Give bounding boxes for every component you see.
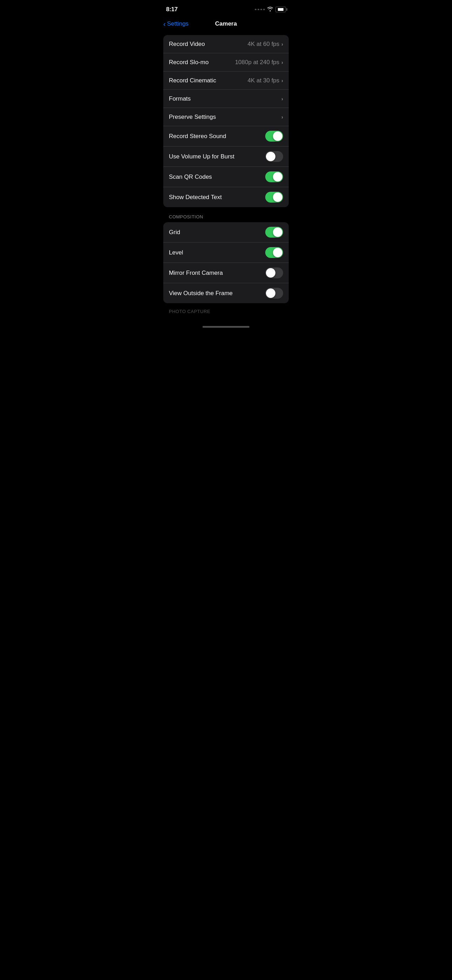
record-video-label: Record Video bbox=[169, 41, 205, 48]
formats-label: Formats bbox=[169, 95, 191, 102]
toggle-knob bbox=[273, 192, 282, 202]
level-row: Level bbox=[163, 243, 289, 263]
toggle-knob bbox=[273, 228, 282, 237]
record-video-value: 4K at 60 fps bbox=[248, 41, 280, 48]
view-outside-frame-row: View Outside the Frame bbox=[163, 283, 289, 303]
photo-capture-section-header: PHOTO CAPTURE bbox=[163, 306, 289, 317]
record-slomo-label: Record Slo-mo bbox=[169, 59, 208, 66]
preserve-settings-right: › bbox=[282, 114, 283, 120]
record-slomo-row[interactable]: Record Slo-mo 1080p at 240 fps › bbox=[163, 53, 289, 72]
show-detected-text-toggle[interactable] bbox=[265, 192, 283, 203]
composition-section-header: COMPOSITION bbox=[163, 212, 289, 222]
toggle-knob bbox=[273, 172, 282, 181]
toggle-knob bbox=[273, 131, 282, 141]
mirror-front-camera-label: Mirror Front Camera bbox=[169, 269, 223, 277]
back-chevron-icon: ‹ bbox=[163, 20, 166, 27]
scan-qr-codes-toggle[interactable] bbox=[265, 172, 283, 182]
show-detected-text-label: Show Detected Text bbox=[169, 194, 222, 201]
composition-settings-card: Grid Level Mirror Front Camera View Outs… bbox=[163, 222, 289, 303]
record-video-right: 4K at 60 fps › bbox=[248, 41, 283, 48]
preserve-settings-label: Preserve Settings bbox=[169, 114, 216, 121]
show-detected-text-row: Show Detected Text bbox=[163, 187, 289, 207]
scan-qr-codes-label: Scan QR Codes bbox=[169, 173, 212, 180]
use-volume-up-for-burst-row: Use Volume Up for Burst bbox=[163, 146, 289, 167]
preserve-settings-chevron-icon: › bbox=[282, 114, 283, 120]
record-stereo-sound-label: Record Stereo Sound bbox=[169, 133, 226, 140]
wifi-icon bbox=[267, 7, 273, 13]
formats-row[interactable]: Formats › bbox=[163, 90, 289, 108]
record-stereo-sound-row: Record Stereo Sound bbox=[163, 126, 289, 146]
toggle-knob bbox=[266, 288, 275, 298]
scan-qr-codes-row: Scan QR Codes bbox=[163, 167, 289, 187]
record-slomo-right: 1080p at 240 fps › bbox=[235, 59, 283, 66]
content: Record Video 4K at 60 fps › Record Slo-m… bbox=[158, 32, 294, 320]
grid-row: Grid bbox=[163, 222, 289, 243]
main-settings-card: Record Video 4K at 60 fps › Record Slo-m… bbox=[163, 35, 289, 207]
mirror-front-camera-row: Mirror Front Camera bbox=[163, 263, 289, 283]
use-volume-up-for-burst-label: Use Volume Up for Burst bbox=[169, 153, 234, 160]
record-stereo-sound-toggle[interactable] bbox=[265, 131, 283, 142]
toggle-knob bbox=[266, 268, 275, 278]
record-slomo-value: 1080p at 240 fps bbox=[235, 59, 280, 66]
status-bar: 8:17 bbox=[158, 0, 294, 18]
record-video-row[interactable]: Record Video 4K at 60 fps › bbox=[163, 35, 289, 53]
back-button[interactable]: ‹ Settings bbox=[163, 20, 188, 27]
record-cinematic-label: Record Cinematic bbox=[169, 77, 216, 84]
status-time: 8:17 bbox=[166, 6, 178, 13]
back-label: Settings bbox=[167, 20, 188, 27]
record-cinematic-value: 4K at 30 fps bbox=[248, 77, 280, 84]
level-toggle[interactable] bbox=[265, 247, 283, 258]
home-indicator bbox=[202, 326, 250, 328]
nav-bar: ‹ Settings Camera bbox=[158, 18, 294, 32]
record-slomo-chevron-icon: › bbox=[282, 60, 283, 65]
view-outside-frame-toggle[interactable] bbox=[265, 288, 283, 299]
view-outside-frame-label: View Outside the Frame bbox=[169, 290, 232, 297]
toggle-knob bbox=[273, 248, 282, 257]
signal-icon bbox=[255, 9, 265, 10]
level-label: Level bbox=[169, 249, 183, 256]
formats-chevron-icon: › bbox=[282, 96, 283, 102]
record-video-chevron-icon: › bbox=[282, 41, 283, 47]
formats-right: › bbox=[282, 96, 283, 102]
battery-icon bbox=[275, 7, 286, 12]
toggle-knob bbox=[266, 152, 275, 161]
use-volume-up-for-burst-toggle[interactable] bbox=[265, 151, 283, 162]
record-cinematic-chevron-icon: › bbox=[282, 78, 283, 83]
record-cinematic-right: 4K at 30 fps › bbox=[248, 77, 283, 84]
grid-label: Grid bbox=[169, 229, 180, 236]
preserve-settings-row[interactable]: Preserve Settings › bbox=[163, 108, 289, 126]
grid-toggle[interactable] bbox=[265, 227, 283, 238]
nav-title: Camera bbox=[215, 20, 237, 27]
record-cinematic-row[interactable]: Record Cinematic 4K at 30 fps › bbox=[163, 72, 289, 90]
mirror-front-camera-toggle[interactable] bbox=[265, 267, 283, 278]
status-icons bbox=[255, 7, 286, 13]
